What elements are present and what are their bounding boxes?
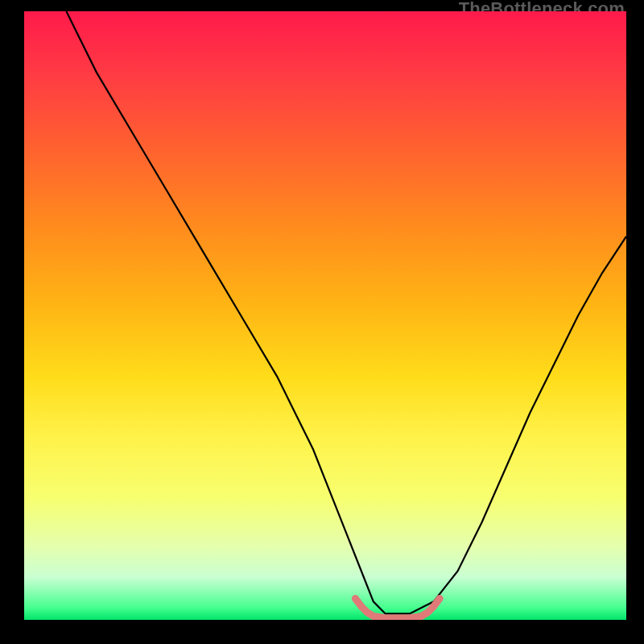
plot-area bbox=[24, 11, 626, 620]
chart-svg bbox=[24, 11, 626, 620]
series-pink-band bbox=[355, 599, 440, 618]
chart-stage: TheBottleneck.com bbox=[0, 0, 644, 644]
black-curve-line bbox=[66, 11, 626, 613]
pink-band-line bbox=[355, 599, 440, 618]
series-black-curve bbox=[66, 11, 626, 613]
